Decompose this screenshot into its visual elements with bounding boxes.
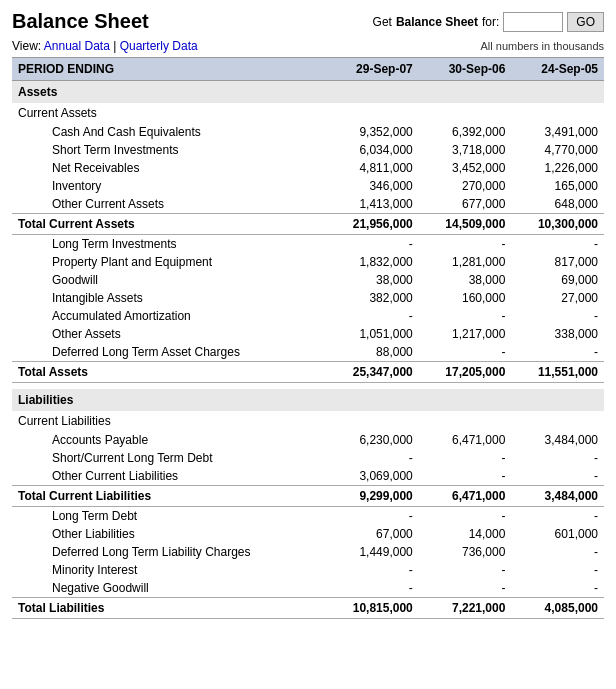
row-col2: - [419, 343, 512, 362]
row-label: Accounts Payable [12, 431, 326, 449]
row-col2 [419, 103, 512, 123]
total-row-28: Total Liabilities10,815,0007,221,0004,08… [12, 597, 604, 618]
row-col2 [419, 411, 512, 431]
row-label: Other Liabilities [12, 525, 326, 543]
row-col3: 817,000 [511, 253, 604, 271]
row-col1: 38,000 [326, 271, 419, 289]
row-label: Total Current Assets [12, 214, 326, 235]
row-col3: 165,000 [511, 177, 604, 195]
data-row-11: Intangible Assets382,000160,00027,000 [12, 289, 604, 307]
row-col2: 38,000 [419, 271, 512, 289]
row-col1: 1,051,000 [326, 325, 419, 343]
row-col3 [511, 81, 604, 104]
row-col1 [326, 389, 419, 411]
data-row-9: Property Plant and Equipment1,832,0001,2… [12, 253, 604, 271]
quarterly-data-link[interactable]: Quarterly Data [120, 39, 198, 53]
page-title: Balance Sheet [12, 10, 149, 33]
get-label: Get [373, 15, 392, 29]
row-col1 [326, 103, 419, 123]
subsection-header-1: Current Assets [12, 103, 604, 123]
data-row-21: Other Current Liabilities3,069,000-- [12, 467, 604, 486]
row-label: Inventory [12, 177, 326, 195]
row-col2: 14,509,000 [419, 214, 512, 235]
row-col3: 27,000 [511, 289, 604, 307]
row-col1: 25,347,000 [326, 362, 419, 383]
row-col1: 88,000 [326, 343, 419, 362]
row-col2: 677,000 [419, 195, 512, 214]
for-label: for: [482, 15, 499, 29]
row-col1: 1,449,000 [326, 543, 419, 561]
data-row-19: Accounts Payable6,230,0006,471,0003,484,… [12, 431, 604, 449]
balance-sheet-label: Balance Sheet [396, 15, 478, 29]
row-col2: 3,718,000 [419, 141, 512, 159]
row-col1: - [326, 235, 419, 254]
row-col1: 9,352,000 [326, 123, 419, 141]
row-col1: - [326, 561, 419, 579]
row-label: Long Term Investments [12, 235, 326, 254]
row-col3: - [511, 235, 604, 254]
data-row-27: Negative Goodwill--- [12, 579, 604, 598]
row-col2: 14,000 [419, 525, 512, 543]
col-3-header: 24-Sep-05 [511, 58, 604, 81]
total-row-22: Total Current Liabilities9,299,0006,471,… [12, 485, 604, 506]
row-col2: - [419, 561, 512, 579]
col-2-header: 30-Sep-06 [419, 58, 512, 81]
row-label: Total Assets [12, 362, 326, 383]
view-prefix: View: [12, 39, 41, 53]
row-col3: 10,300,000 [511, 214, 604, 235]
row-col3: - [511, 561, 604, 579]
total-row-7: Total Current Assets21,956,00014,509,000… [12, 214, 604, 235]
row-col1: 6,230,000 [326, 431, 419, 449]
go-button[interactable]: GO [567, 12, 604, 32]
row-label: Other Assets [12, 325, 326, 343]
row-col1: 9,299,000 [326, 485, 419, 506]
row-col3: - [511, 449, 604, 467]
row-col1: - [326, 449, 419, 467]
row-col1 [326, 411, 419, 431]
section-header-0: Assets [12, 81, 604, 104]
row-col3: - [511, 467, 604, 486]
data-row-24: Other Liabilities67,00014,000601,000 [12, 525, 604, 543]
row-col3: 11,551,000 [511, 362, 604, 383]
row-label: Long Term Debt [12, 506, 326, 525]
section-header-17: Liabilities [12, 389, 604, 411]
row-col2: 736,000 [419, 543, 512, 561]
row-col3: 4,085,000 [511, 597, 604, 618]
row-label: Short Term Investments [12, 141, 326, 159]
row-col3: 648,000 [511, 195, 604, 214]
row-col2: - [419, 506, 512, 525]
data-row-10: Goodwill38,00038,00069,000 [12, 271, 604, 289]
row-label: Short/Current Long Term Debt [12, 449, 326, 467]
row-col1: 21,956,000 [326, 214, 419, 235]
row-col3: 338,000 [511, 325, 604, 343]
row-col2: 6,471,000 [419, 431, 512, 449]
row-col3: - [511, 343, 604, 362]
row-label: Assets [12, 81, 326, 104]
data-row-2: Cash And Cash Equivalents9,352,0006,392,… [12, 123, 604, 141]
row-col1: - [326, 506, 419, 525]
row-col2: 6,471,000 [419, 485, 512, 506]
row-label: Net Receivables [12, 159, 326, 177]
row-label: Minority Interest [12, 561, 326, 579]
row-col3: 601,000 [511, 525, 604, 543]
row-col1: - [326, 579, 419, 598]
row-col2 [419, 81, 512, 104]
row-col1: 10,815,000 [326, 597, 419, 618]
row-col1: 1,413,000 [326, 195, 419, 214]
data-row-26: Minority Interest--- [12, 561, 604, 579]
row-col2: 270,000 [419, 177, 512, 195]
data-row-25: Deferred Long Term Liability Charges1,44… [12, 543, 604, 561]
row-label: Deferred Long Term Liability Charges [12, 543, 326, 561]
row-label: Other Current Liabilities [12, 467, 326, 486]
row-col1: 4,811,000 [326, 159, 419, 177]
row-col2: - [419, 449, 512, 467]
row-col3: 3,484,000 [511, 431, 604, 449]
row-col3 [511, 411, 604, 431]
data-row-23: Long Term Debt--- [12, 506, 604, 525]
row-col1: 6,034,000 [326, 141, 419, 159]
ticker-input[interactable] [503, 12, 563, 32]
row-label: Accumulated Amortization [12, 307, 326, 325]
row-label: Current Assets [12, 103, 326, 123]
annual-data-link[interactable]: Annual Data [44, 39, 110, 53]
row-col2: - [419, 307, 512, 325]
